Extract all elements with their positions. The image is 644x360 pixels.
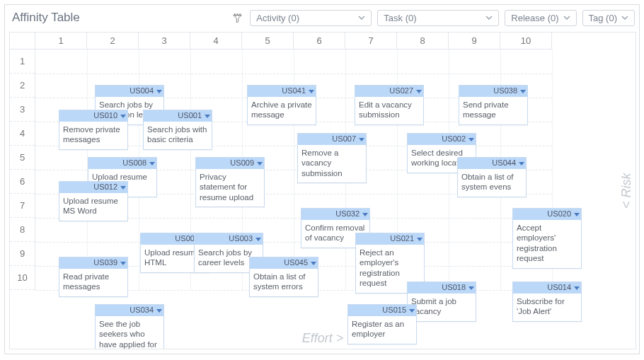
- card-header[interactable]: US034: [96, 305, 163, 316]
- column-header: 5: [242, 33, 294, 49]
- card-menu-icon[interactable]: [205, 115, 210, 118]
- card-id: US032: [335, 209, 360, 219]
- card-title: Read private messages: [59, 269, 127, 296]
- story-card[interactable]: US009Privacy statement for resume upload: [195, 157, 265, 207]
- page-title: Affinity Table: [9, 9, 83, 26]
- card-header[interactable]: US044: [458, 158, 526, 169]
- story-card[interactable]: US041Archive a private message: [247, 85, 316, 125]
- card-id: US001: [178, 111, 202, 121]
- column-header: 4: [190, 33, 242, 49]
- column-header: 7: [345, 33, 397, 49]
- story-card[interactable]: US027Edit a vacancy submission: [355, 85, 424, 125]
- card-menu-icon[interactable]: [574, 286, 580, 290]
- card-header[interactable]: US012: [59, 182, 127, 193]
- card-header[interactable]: US009: [196, 158, 264, 169]
- tag-filter-label: Tag (0): [589, 13, 617, 23]
- card-menu-icon[interactable]: [520, 90, 526, 93]
- card-header[interactable]: US018: [408, 282, 476, 294]
- story-card[interactable]: US001Search jobs with basic criteria: [143, 110, 212, 150]
- filter-icon[interactable]: [230, 11, 244, 25]
- card-header[interactable]: US015: [348, 305, 416, 316]
- activity-filter-label: Activity (0): [256, 13, 299, 23]
- card-header[interactable]: US003: [195, 233, 263, 245]
- card-menu-icon[interactable]: [519, 162, 524, 166]
- card-title: Obtain a list of system errors: [250, 269, 318, 296]
- card-header[interactable]: US004: [96, 86, 163, 97]
- card-header[interactable]: US032: [301, 209, 369, 220]
- card-id: US004: [130, 86, 154, 96]
- card-menu-icon[interactable]: [416, 90, 422, 93]
- story-card[interactable]: US014Subscribe for 'Job Alert': [512, 281, 582, 322]
- card-menu-icon[interactable]: [257, 162, 263, 166]
- card-id: US018: [442, 283, 466, 293]
- card-menu-icon[interactable]: [362, 213, 368, 216]
- row-header: 9: [10, 242, 35, 266]
- card-menu-icon[interactable]: [309, 90, 314, 93]
- story-card[interactable]: US012Upload resume MS Word: [59, 181, 128, 221]
- card-title: Archive a private message: [248, 97, 316, 124]
- column-headers: 12345678910: [35, 33, 552, 50]
- story-card[interactable]: US044Obtain a list of system evens: [457, 157, 527, 197]
- row-headers: 12345678910: [10, 50, 35, 290]
- card-header[interactable]: US041: [248, 86, 316, 97]
- task-filter-label: Task (0): [384, 13, 416, 23]
- card-menu-icon[interactable]: [120, 262, 126, 265]
- card-id: US039: [93, 258, 117, 268]
- story-card[interactable]: US007Remove a vacancy submission: [297, 133, 367, 183]
- row-header: 3: [10, 98, 35, 122]
- card-menu-icon[interactable]: [417, 238, 422, 241]
- header: Affinity Table Activity (0) Task (0) Rel…: [9, 9, 635, 26]
- chevron-down-icon: [485, 16, 493, 20]
- card-header[interactable]: US008: [88, 158, 156, 169]
- card-menu-icon[interactable]: [120, 186, 126, 190]
- release-filter[interactable]: Release (0): [505, 10, 576, 26]
- story-card[interactable]: US039Read private messages: [59, 257, 128, 297]
- task-filter[interactable]: Task (0): [377, 10, 499, 26]
- activity-filter[interactable]: Activity (0): [250, 10, 372, 26]
- story-card[interactable]: US045Obtain a list of system errors: [249, 257, 318, 297]
- tag-filter[interactable]: Tag (0): [582, 10, 635, 26]
- card-id: US038: [493, 86, 517, 96]
- chevron-down-icon: [358, 16, 365, 20]
- card-id: US014: [547, 283, 571, 293]
- card-menu-icon[interactable]: [149, 162, 155, 166]
- card-header[interactable]: US027: [355, 86, 423, 97]
- card-id: US012: [93, 182, 117, 192]
- card-header[interactable]: US038: [459, 86, 527, 97]
- card-title: Edit a vacancy submission: [355, 97, 423, 124]
- card-header[interactable]: US010: [59, 110, 127, 122]
- card-menu-icon[interactable]: [255, 238, 261, 241]
- card-header[interactable]: US045: [250, 257, 318, 269]
- card-header[interactable]: US007: [298, 134, 366, 145]
- card-header[interactable]: US021: [356, 233, 424, 245]
- card-id: US010: [93, 111, 117, 121]
- card-menu-icon[interactable]: [120, 115, 126, 118]
- card-menu-icon[interactable]: [156, 90, 162, 93]
- story-card[interactable]: US020Accept employers' registration requ…: [512, 208, 582, 269]
- card-menu-icon[interactable]: [311, 262, 316, 265]
- column-header: 6: [294, 33, 345, 49]
- card-id: US041: [282, 86, 306, 96]
- card-menu-icon[interactable]: [468, 138, 474, 141]
- story-card[interactable]: US010Remove private messages: [59, 110, 128, 150]
- column-header: 10: [500, 33, 552, 49]
- card-title: Search jobs with basic criteria: [144, 122, 212, 149]
- card-id: US044: [492, 158, 516, 168]
- story-card[interactable]: US018Submit a job vacancy: [407, 281, 476, 322]
- card-menu-icon[interactable]: [156, 309, 162, 313]
- card-header[interactable]: US020: [513, 209, 581, 220]
- card-menu-icon[interactable]: [359, 138, 364, 141]
- card-header[interactable]: US014: [513, 282, 581, 294]
- card-menu-icon[interactable]: [468, 286, 474, 290]
- story-card[interactable]: US038Send private message: [459, 85, 528, 125]
- card-id: US034: [130, 306, 154, 315]
- card-header[interactable]: US039: [59, 257, 127, 269]
- affinity-board[interactable]: 12345678910 12345678910 US004Search jobs…: [9, 32, 636, 349]
- card-header[interactable]: US002: [408, 134, 476, 145]
- card-header[interactable]: US001: [144, 110, 212, 122]
- card-id: US002: [442, 134, 466, 144]
- card-menu-icon[interactable]: [409, 309, 415, 313]
- row-header: 7: [10, 194, 35, 218]
- risk-axis-label: < Risk: [619, 33, 634, 349]
- card-menu-icon[interactable]: [574, 213, 580, 216]
